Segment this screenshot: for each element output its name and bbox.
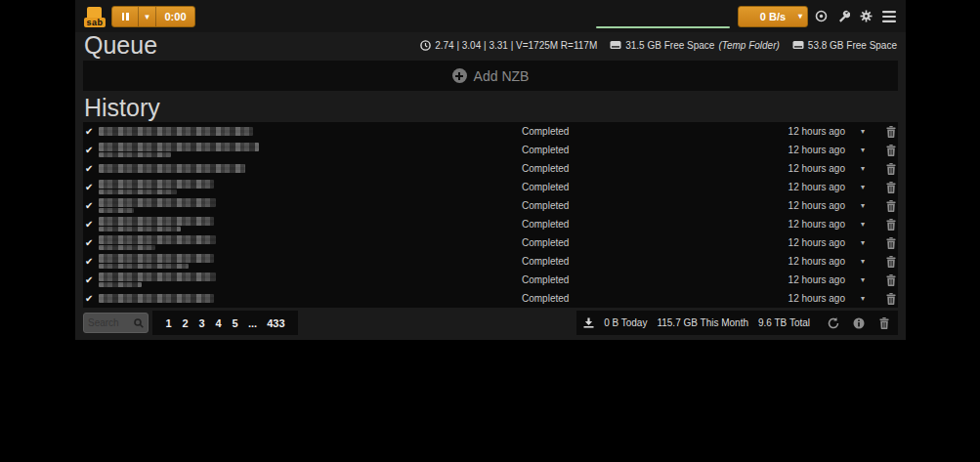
page-button[interactable]: 1: [161, 317, 176, 329]
search-box[interactable]: [83, 313, 149, 333]
row-delete-button[interactable]: [880, 145, 896, 156]
row-delete-button[interactable]: [880, 163, 896, 175]
row-delete-button[interactable]: [880, 182, 896, 193]
history-item-name: [99, 217, 509, 231]
row-dropdown-caret-icon[interactable]: ▾: [845, 183, 880, 191]
clock-icon: [420, 40, 431, 51]
history-item-name: [99, 143, 509, 157]
temp-free-space-text: 31.5 GB Free Space: [625, 40, 714, 51]
pause-button[interactable]: [112, 7, 139, 26]
history-item-name: [99, 164, 509, 173]
redacted-name-bar-2: [99, 152, 171, 157]
history-row[interactable]: ✔ Completed 12 hours ago ▾: [83, 196, 898, 215]
row-dropdown-caret-icon[interactable]: ▾: [845, 127, 880, 136]
chevron-down-icon: ▾: [798, 12, 802, 21]
redacted-name-bar-2: [99, 264, 189, 269]
pause-dropdown-caret[interactable]: ▾: [139, 7, 156, 26]
sab-logo[interactable]: sab: [84, 6, 106, 27]
trash-icon: [886, 293, 896, 305]
redacted-name-bar: [99, 294, 214, 303]
row-dropdown-caret-icon[interactable]: ▾: [845, 257, 880, 266]
row-delete-button[interactable]: [880, 219, 896, 231]
queue-header: Queue 2.74 | 3.04 | 3.31 | V=1725M R=117…: [75, 33, 906, 57]
pause-timer-button[interactable]: 0:00: [156, 7, 194, 26]
check-icon: ✔: [85, 257, 99, 267]
navbar-icons: [813, 8, 897, 24]
history-row[interactable]: ✔ Completed 12 hours ago ▾: [83, 252, 898, 271]
row-delete-button[interactable]: [880, 126, 896, 138]
check-icon: ✔: [85, 294, 99, 304]
history-row[interactable]: ✔ Completed 12 hours ago ▾: [83, 178, 898, 196]
check-icon: ✔: [85, 183, 99, 192]
status-circle-icon[interactable]: [813, 8, 830, 24]
page-button[interactable]: 2: [178, 317, 192, 329]
search-input[interactable]: [88, 317, 134, 328]
row-dropdown-caret-icon[interactable]: ▾: [845, 275, 880, 284]
page-button[interactable]: 3: [194, 317, 209, 329]
gear-icon[interactable]: [858, 8, 874, 24]
history-row[interactable]: ✔ Completed 12 hours ago ▾: [83, 215, 898, 233]
trash-icon: [886, 237, 896, 249]
trash-icon: [886, 274, 896, 286]
free-space: 53.8 GB Free Space: [792, 40, 897, 51]
row-delete-button[interactable]: [880, 293, 896, 305]
speed-limit-button[interactable]: 0 B/s ▾: [738, 6, 808, 27]
chevron-down-icon: ▾: [145, 12, 149, 21]
redacted-name-bar: [99, 127, 253, 136]
page-button[interactable]: 4: [211, 317, 226, 329]
temp-folder-note: (Temp Folder): [718, 40, 779, 51]
row-delete-button[interactable]: [880, 237, 896, 249]
history-list: ✔ Completed 12 hours ago ▾ ✔ Completed 1…: [83, 122, 898, 308]
history-time: 12 hours ago: [699, 237, 845, 248]
row-dropdown-caret-icon[interactable]: ▾: [845, 294, 880, 303]
history-row[interactable]: ✔ Completed 12 hours ago ▾: [83, 271, 898, 289]
check-icon: ✔: [85, 201, 99, 211]
history-status: Completed: [509, 163, 699, 174]
history-time: 12 hours ago: [699, 182, 845, 192]
pagination: 12345...433: [152, 311, 298, 335]
redacted-name-bar: [99, 235, 216, 244]
row-dropdown-caret-icon[interactable]: ▾: [845, 238, 880, 247]
check-icon: ✔: [85, 275, 99, 285]
page-button[interactable]: 433: [263, 317, 288, 329]
wrench-icon[interactable]: [835, 8, 852, 24]
trash-icon: [886, 145, 896, 156]
history-status: Completed: [509, 256, 699, 267]
redacted-name-bar: [99, 198, 216, 207]
history-row[interactable]: ✔ Completed 12 hours ago ▾: [83, 159, 898, 178]
history-row[interactable]: ✔ Completed 12 hours ago ▾: [83, 122, 898, 141]
history-item-name: [99, 198, 509, 213]
redacted-name-bar: [99, 254, 214, 263]
redacted-name-bar-2: [99, 208, 134, 213]
row-dropdown-caret-icon[interactable]: ▾: [845, 164, 880, 173]
row-delete-button[interactable]: [880, 256, 896, 268]
row-delete-button[interactable]: [880, 200, 896, 212]
pause-icon: [122, 13, 129, 21]
history-row[interactable]: ✔ Completed 12 hours ago ▾: [83, 233, 898, 252]
history-item-name: [99, 254, 509, 269]
redacted-name-bar: [99, 143, 259, 151]
temp-free-space: 31.5 GB Free Space (Temp Folder): [610, 40, 780, 51]
add-nzb-button[interactable]: Add NZB: [83, 61, 898, 91]
row-delete-button[interactable]: [880, 274, 896, 286]
row-dropdown-caret-icon[interactable]: ▾: [845, 146, 880, 154]
history-row[interactable]: ✔ Completed 12 hours ago ▾: [83, 289, 898, 308]
trash-icon: [886, 182, 896, 193]
refresh-icon[interactable]: [826, 315, 840, 330]
check-icon: ✔: [85, 146, 99, 155]
info-icon[interactable]: [851, 315, 866, 330]
row-dropdown-caret-icon[interactable]: ▾: [845, 201, 880, 210]
download-icon: [583, 317, 594, 328]
menu-icon[interactable]: [880, 8, 897, 24]
row-dropdown-caret-icon[interactable]: ▾: [845, 220, 880, 229]
queue-stats-text: 2.74 | 3.04 | 3.31 | V=1725M R=117M: [435, 40, 597, 51]
history-item-name: [99, 273, 509, 287]
history-row[interactable]: ✔ Completed 12 hours ago ▾: [83, 141, 898, 159]
trash-icon: [886, 126, 896, 138]
speed-label: 0 B/s: [760, 11, 786, 22]
queue-title: Queue: [84, 33, 157, 57]
page-button[interactable]: 5: [228, 317, 242, 329]
history-status: Completed: [509, 274, 699, 285]
page-button[interactable]: ...: [244, 317, 261, 329]
purge-history-button[interactable]: [876, 315, 891, 330]
